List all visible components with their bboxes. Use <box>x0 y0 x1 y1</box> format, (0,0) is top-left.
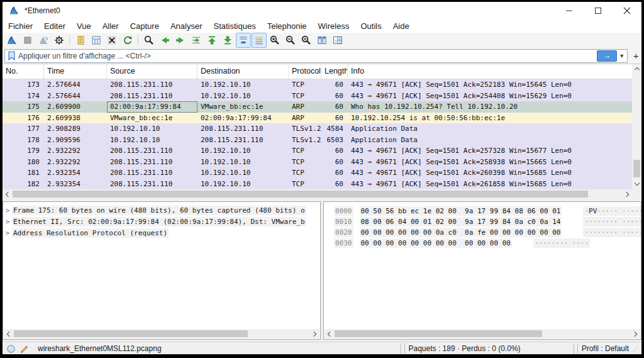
column-header-time[interactable]: Time <box>44 64 107 79</box>
zoom-100-icon[interactable] <box>299 33 314 48</box>
cell-info: 443 → 49671 [ACK] Seq=1501 Ack=254408 Wi… <box>348 91 632 102</box>
menu-capture[interactable]: Capture <box>125 21 165 31</box>
menu-aide[interactable]: Aide <box>387 21 415 31</box>
capture-comment-icon[interactable] <box>19 344 29 354</box>
bytes-hscrollbar[interactable] <box>325 329 640 338</box>
cell-time: 2.609900 <box>44 101 107 113</box>
scroll-up-icon[interactable] <box>632 64 641 74</box>
menu-wireless[interactable]: Wireless <box>313 21 355 31</box>
auto-scroll-icon[interactable] <box>236 33 251 48</box>
open-capture-file-icon[interactable] <box>73 33 88 48</box>
maximize-button[interactable] <box>584 2 613 19</box>
reload-capture-file-icon[interactable] <box>120 33 135 48</box>
column-header-length[interactable]: Length <box>321 64 348 79</box>
packet-row-181[interactable]: 1812.932354208.115.231.11010.192.10.10TC… <box>3 167 632 179</box>
menu-fichier[interactable]: Fichier <box>3 21 38 31</box>
packet-row-174[interactable]: 1742.576644208.115.231.11010.192.10.10TC… <box>3 91 632 102</box>
hex-line-0000[interactable]: 000000 50 56 bb ec 1e 02 00 9a 17 99 84 … <box>334 206 641 216</box>
filter-dropdown-caret-icon[interactable]: ▼ <box>618 53 627 59</box>
cell-no: 182 <box>3 179 44 190</box>
cell-time: 2.576644 <box>44 79 107 91</box>
details-hscrollbar[interactable] <box>4 329 319 338</box>
hex-dump: 000000 50 56 bb ec 1e 02 00 9a 17 99 84 … <box>324 202 641 249</box>
status-separator[interactable] <box>574 344 578 354</box>
go-forward-icon[interactable] <box>173 33 188 48</box>
column-layout-icon[interactable]: 123 <box>330 33 345 48</box>
bookmark-icon[interactable] <box>5 51 18 60</box>
detail-line-1[interactable]: >Ethernet II, Src: 02:00:9a:17:99:84 (02… <box>3 216 320 227</box>
column-header-no[interactable]: No. <box>3 64 44 79</box>
column-header-destination[interactable]: Destination <box>197 64 289 79</box>
cell-length: 60 <box>321 101 348 113</box>
expander-icon[interactable]: > <box>3 205 12 216</box>
menu-vue[interactable]: Vue <box>71 21 97 31</box>
menu-telephonie[interactable]: Telephonie <box>262 21 313 31</box>
close-button[interactable] <box>613 2 641 19</box>
scroll-down-icon[interactable] <box>632 179 641 189</box>
expander-icon[interactable]: > <box>3 228 12 238</box>
zoom-out-icon[interactable] <box>283 33 298 48</box>
filter-bar: → ▼ + <box>3 48 641 64</box>
find-packet-icon[interactable] <box>142 33 157 48</box>
display-filter-input[interactable] <box>18 51 597 61</box>
cell-time: 2.932354 <box>44 167 107 179</box>
packet-row-178[interactable]: 1782.90959610.192.10.10208.115.231.110TL… <box>3 135 632 146</box>
close-capture-file-icon[interactable] <box>104 33 119 48</box>
start-capture-icon[interactable] <box>4 33 19 48</box>
packet-row-173[interactable]: 1732.576644208.115.231.11010.192.10.10TC… <box>3 79 632 91</box>
hscroll-thumb[interactable] <box>13 191 588 198</box>
packet-list-vscrollbar[interactable] <box>632 64 641 189</box>
minimize-button[interactable] <box>555 2 584 19</box>
menu-analyser[interactable]: Analyser <box>165 21 208 31</box>
zoom-in-icon[interactable] <box>267 33 282 48</box>
packet-list-hscrollbar[interactable] <box>3 189 632 199</box>
column-header-protocol[interactable]: Protocol <box>289 64 321 79</box>
resize-grip-icon[interactable]: ⋰ <box>633 345 640 352</box>
resize-columns-icon[interactable] <box>314 33 330 48</box>
hscroll-thumb[interactable] <box>14 330 248 337</box>
go-to-last-packet-icon[interactable] <box>220 33 235 48</box>
packet-row-175[interactable]: 1752.60990002:00:9a:17:99:84VMware_bb:ec… <box>3 101 632 113</box>
column-header-info[interactable]: Info <box>348 64 632 79</box>
profile-label[interactable]: Profil : Default <box>582 344 629 353</box>
packet-row-179[interactable]: 1792.932292208.115.231.11010.192.10.10TC… <box>3 145 632 157</box>
scroll-right-icon[interactable] <box>631 329 640 338</box>
status-separator[interactable] <box>401 344 405 354</box>
scroll-right-icon[interactable] <box>623 189 632 199</box>
display-filter-box[interactable]: → ▼ <box>4 49 628 63</box>
cell-no: 177 <box>3 123 44 135</box>
expander-icon[interactable]: > <box>3 216 12 227</box>
detail-line-0[interactable]: >Frame 175: 60 bytes on wire (480 bits),… <box>3 205 320 216</box>
vscroll-thumb[interactable] <box>633 160 640 177</box>
packet-row-182[interactable]: 1822.932354208.115.231.11010.192.10.10TC… <box>3 179 632 190</box>
apply-filter-button[interactable]: → <box>597 50 617 62</box>
hscroll-thumb[interactable] <box>335 330 542 337</box>
menu-editer[interactable]: Editer <box>38 21 71 31</box>
column-header-source[interactable]: Source <box>107 64 197 79</box>
go-to-first-packet-icon[interactable] <box>204 33 219 48</box>
restart-capture-icon[interactable] <box>36 33 51 48</box>
packet-row-177[interactable]: 1772.90828910.192.10.10208.115.231.110TL… <box>3 123 632 135</box>
menu-outils[interactable]: Outils <box>355 21 387 31</box>
cell-no: 176 <box>3 113 44 124</box>
save-capture-file-icon[interactable] <box>89 33 104 48</box>
hex-line-0030[interactable]: 003000 00 00 00 00 00 00 00 00 00 00 00·… <box>334 238 641 249</box>
go-back-icon[interactable] <box>157 33 172 48</box>
hex-line-0020[interactable]: 002000 00 00 00 00 00 0a c0 0a fe 00 00 … <box>334 227 641 238</box>
add-filter-button[interactable]: + <box>630 50 641 62</box>
menu-aller[interactable]: Aller <box>97 21 125 31</box>
scroll-right-icon[interactable] <box>310 329 319 338</box>
detail-line-2[interactable]: >Address Resolution Protocol (request) <box>3 228 320 238</box>
packet-row-180[interactable]: 1802.932292208.115.231.11010.192.10.10TC… <box>3 157 632 168</box>
stop-capture-icon[interactable] <box>20 33 35 48</box>
scroll-left-icon[interactable] <box>325 329 334 338</box>
scroll-left-icon[interactable] <box>4 329 13 338</box>
hex-line-0010[interactable]: 001008 00 06 04 00 01 02 00 9a 17 99 84 … <box>334 216 641 227</box>
expert-info-icon[interactable] <box>6 344 16 354</box>
colorize-icon[interactable] <box>252 33 267 48</box>
packet-row-176[interactable]: 1762.609938VMware_bb:ec:1e02:00:9a:17:99… <box>3 113 632 124</box>
go-to-packet-icon[interactable] <box>189 33 204 48</box>
scroll-left-icon[interactable] <box>3 189 12 199</box>
capture-options-icon[interactable] <box>52 33 67 48</box>
menu-statistiques[interactable]: Statistiques <box>208 21 261 31</box>
